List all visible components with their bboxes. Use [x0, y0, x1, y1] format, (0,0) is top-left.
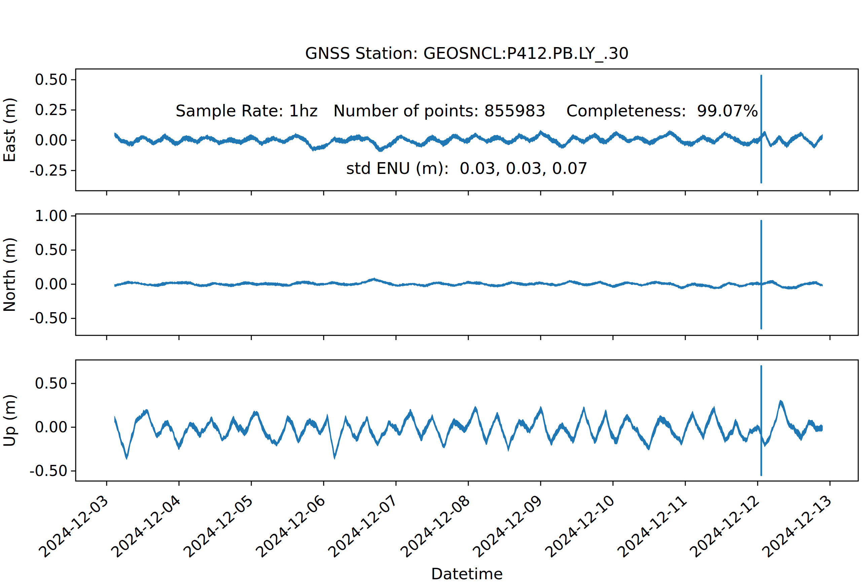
x-tick-label: 2024-12-10 [542, 491, 618, 561]
x-tick-label: 2024-12-12 [686, 491, 762, 561]
y-tick-label: 0.00 [35, 419, 68, 436]
y-axis-label-up: Up (m) [0, 394, 19, 447]
y-tick-label: 0.00 [35, 276, 68, 293]
x-tick-label: 2024-12-07 [325, 491, 401, 561]
subplot-east: 0.500.250.00-0.25East (m) [0, 69, 858, 195]
subplot-north: 1.000.500.00-0.50North (m) [0, 207, 858, 340]
axes-frame-east [76, 69, 858, 191]
x-tick-label: 2024-12-08 [397, 491, 473, 561]
y-tick-label: 0.50 [35, 71, 68, 88]
series-north [115, 278, 822, 289]
x-tick-label: 2024-12-03 [35, 491, 111, 561]
y-tick-label: 0.00 [35, 131, 68, 149]
x-tick-label: 2024-12-04 [108, 491, 184, 561]
x-tick-label: 2024-12-13 [759, 491, 835, 561]
y-axis-label-north: North (m) [0, 237, 19, 312]
y-tick-label: -0.50 [29, 462, 68, 479]
y-tick-label: 0.50 [35, 375, 68, 392]
series-east [115, 130, 822, 152]
chart-canvas: 0.500.250.00-0.25East (m)1.000.500.00-0.… [0, 0, 868, 588]
y-tick-label: 0.50 [35, 241, 68, 258]
x-axis-label: Datetime [431, 565, 503, 583]
y-tick-label: 1.00 [35, 207, 68, 224]
axes-frame-north [76, 214, 858, 335]
figure: GNSS Station: GEOSNCL:P412.PB.LY_.30 Sam… [0, 0, 868, 588]
x-tick-label: 2024-12-09 [469, 491, 545, 561]
series-up [115, 400, 822, 460]
x-tick-label: 2024-12-11 [614, 491, 690, 561]
axes-frame-up [76, 360, 858, 481]
y-axis-label-east: East (m) [0, 97, 19, 163]
x-tick-label: 2024-12-05 [180, 491, 256, 561]
y-tick-label: -0.50 [29, 309, 68, 327]
y-tick-label: 0.25 [35, 101, 68, 118]
subplot-up: 0.500.00-0.502024-12-032024-12-042024-12… [0, 360, 858, 561]
y-tick-label: -0.25 [29, 162, 68, 179]
x-tick-label: 2024-12-06 [252, 491, 328, 561]
